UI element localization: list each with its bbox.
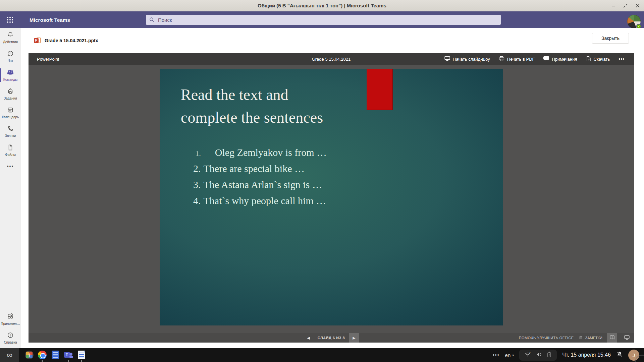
taskbar-overflow-button[interactable]: ••• <box>493 352 500 358</box>
reading-view-button[interactable] <box>607 333 617 343</box>
list-item: 1.Oleg Zemlyakov is from … <box>160 144 503 161</box>
close-file-button[interactable]: Закрыть <box>592 33 629 44</box>
chevron-down-icon: ▾ <box>512 353 514 357</box>
download-button[interactable]: Скачать <box>586 56 610 62</box>
calendar-icon <box>7 107 14 115</box>
slide-title: Read the text and complete the sentences <box>181 83 323 129</box>
clock[interactable]: Чт, 15 апреля 15:46 <box>562 352 611 358</box>
file-title: Grade 5 15.04.2021.pptx <box>45 38 98 43</box>
powerpoint-file-icon: P <box>34 37 41 44</box>
list-item: 3.The Astana Arlan`s sign is … <box>160 177 503 193</box>
notifications-muted-icon[interactable] <box>616 351 623 359</box>
pp-more-button[interactable]: ••• <box>619 56 625 62</box>
notes-icon <box>578 336 583 340</box>
file-icon <box>7 144 14 152</box>
sidebar-item-apps[interactable]: Приложен… <box>0 310 21 328</box>
sidebar-item-help[interactable]: ? Справка <box>0 328 21 347</box>
pp-toolbar: PowerPoint Grade 5 15.04.2021 Начать сла… <box>29 53 634 65</box>
slideshow-view-button[interactable] <box>622 333 632 343</box>
taskbar-app-teams[interactable]: T <box>64 351 73 359</box>
download-label: Скачать <box>594 57 610 62</box>
powerpoint-viewer: PowerPoint Grade 5 15.04.2021 Начать сла… <box>29 53 634 343</box>
text-editor-icon <box>78 351 85 359</box>
improve-office-link[interactable]: ПОМОЧЬ УЛУЧШИТЬ OFFICE <box>519 336 574 340</box>
app-rail: Действия Чат Команды Задания Календарь З… <box>0 28 21 348</box>
user-avatar[interactable]: ✓ <box>627 15 641 28</box>
sidebar-item-label: Календарь <box>2 115 19 119</box>
sidebar-item-teams[interactable]: Команды <box>0 66 21 84</box>
slideshow-icon <box>444 56 450 62</box>
comments-button[interactable]: Примечания <box>543 56 577 62</box>
app-store-icon <box>25 351 34 359</box>
dictionary-icon <box>52 351 59 359</box>
keyboard-layout-label: en <box>505 352 511 358</box>
teams-people-icon <box>7 69 14 77</box>
apps-icon <box>7 313 14 321</box>
restore-button[interactable] <box>622 2 629 9</box>
main-content: P Grade 5 15.04.2021.pptx Закрыть PowerP… <box>21 28 644 348</box>
sidebar-item-calls[interactable]: Звонки <box>0 122 21 141</box>
teams-app-icon: T <box>64 351 73 359</box>
battery-icon <box>547 352 551 359</box>
taskbar-app-dictionary[interactable] <box>51 351 60 359</box>
comments-label: Примечания <box>552 57 577 62</box>
slide-counter: СЛАЙД 6 ИЗ 8 <box>316 336 346 340</box>
printer-icon <box>499 56 504 62</box>
download-icon <box>586 56 591 62</box>
sidebar-item-label: Задания <box>4 97 17 100</box>
system-tray[interactable]: ? <box>519 350 557 361</box>
app-name: Microsoft Teams <box>30 17 70 23</box>
book-icon <box>609 335 615 341</box>
search-icon <box>149 17 155 24</box>
prev-slide-button[interactable]: ◀ <box>304 333 314 343</box>
pp-statusbar: ◀ СЛАЙД 6 ИЗ 8 ▶ ПОМОЧЬ УЛУЧШИТЬ OFFICE … <box>29 333 634 343</box>
volume-icon <box>536 352 542 358</box>
teams-header: Microsoft Teams ✓ <box>0 11 644 28</box>
network-icon: ? <box>525 352 531 358</box>
sidebar-item-label: Приложен… <box>1 322 20 325</box>
backpack-icon <box>7 88 14 96</box>
minimize-button[interactable] <box>610 2 617 9</box>
slideshow-icon <box>624 335 630 341</box>
sidebar-item-activity[interactable]: Действия <box>0 28 21 47</box>
sidebar-more-button[interactable]: ••• <box>0 160 21 173</box>
search-input[interactable] <box>146 15 501 25</box>
sidebar-item-assignments[interactable]: Задания <box>0 84 21 103</box>
start-slideshow-label: Начать слайд-шоу <box>453 57 490 62</box>
taskbar-app-chrome[interactable] <box>38 351 47 359</box>
sidebar-item-chat[interactable]: Чат <box>0 47 21 66</box>
waffle-icon[interactable] <box>6 15 14 24</box>
sidebar-item-files[interactable]: Файлы <box>0 141 21 160</box>
list-item: 4.That`s why people call him … <box>160 193 503 209</box>
close-icon[interactable] <box>634 2 641 9</box>
teams-window: Общий (5 В "Ағылшын тілі 1 топ") | Micro… <box>0 0 644 362</box>
slide-list: 1.Oleg Zemlyakov is from … 2.There are s… <box>160 144 503 209</box>
help-icon: ? <box>7 332 14 340</box>
slide-canvas: Read the text and complete the sentences… <box>29 65 634 333</box>
slide: Read the text and complete the sentences… <box>160 69 503 325</box>
sidebar-item-label: Чат <box>8 59 13 63</box>
taskbar: ∞ T ••• en ▾ ? Чт, 15 апреля 15:46 J <box>0 348 644 362</box>
sidebar-item-label: Звонки <box>5 134 16 138</box>
notes-label: ЗАМЕТКИ <box>585 336 602 340</box>
notes-toggle[interactable]: ЗАМЕТКИ <box>578 336 602 340</box>
taskbar-app-editor[interactable] <box>77 351 86 359</box>
sidebar-item-label: Справка <box>4 341 17 344</box>
bell-icon <box>7 32 14 40</box>
phone-icon <box>7 125 14 133</box>
file-header: P Grade 5 15.04.2021.pptx Закрыть <box>29 28 634 53</box>
os-menu-button[interactable]: ∞ <box>0 348 19 362</box>
window-title: Общий (5 В "Ағылшын тілі 1 топ") | Micro… <box>258 3 386 8</box>
slide-red-rectangle <box>367 69 393 110</box>
window-titlebar: Общий (5 В "Ағылшын тілі 1 топ") | Micro… <box>0 0 644 11</box>
taskbar-app-software[interactable] <box>25 351 34 359</box>
print-pdf-button[interactable]: Печать в PDF <box>499 56 535 62</box>
sidebar-item-label: Команды <box>3 78 17 81</box>
sidebar-item-calendar[interactable]: Календарь <box>0 103 21 122</box>
keyboard-layout-button[interactable]: en ▾ <box>505 352 514 358</box>
chrome-icon <box>38 351 47 359</box>
start-slideshow-button[interactable]: Начать слайд-шоу <box>444 56 490 62</box>
svg-text:?: ? <box>529 352 531 354</box>
next-slide-button[interactable]: ▶ <box>349 333 359 343</box>
comment-icon <box>543 56 549 62</box>
